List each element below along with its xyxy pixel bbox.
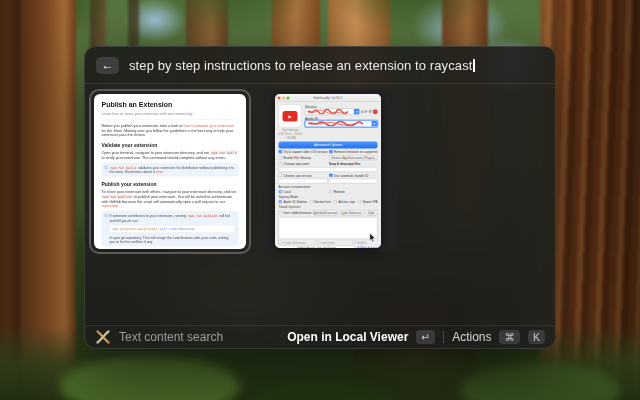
checkbox-disabled [353,240,357,244]
search-query-text: step by step instructions to release an … [129,58,472,73]
checkbox-checked: ✓ [329,173,333,177]
doc-heading: Publish your extension [102,181,239,188]
doc-heading: Validate your extension [102,142,239,149]
mouse-cursor-icon [369,233,376,242]
checkbox [279,155,283,159]
doc-page: Publish an Extension Learn how to share … [94,94,246,249]
radio [358,199,362,203]
app-drop-area: ▶ [279,104,302,127]
checkbox-disabled [316,240,320,244]
device-toolbar: ℹ ⟳ ⚙ [362,109,378,114]
result-doc-thumbnail[interactable]: Publish an Extension Learn how to share … [89,89,251,254]
doc-subtitle: Learn how to share your extension with o… [102,111,239,119]
doc-content: Publish an Extension Learn how to share … [94,94,246,249]
checkbox-checked: ✓ [329,149,333,153]
desktop: ← step by step instructions to release a… [0,0,640,400]
doc-title: Publish an Extension [102,100,239,109]
doc-link: repository. [102,204,119,209]
window-title: Sideloadly! v0.50.1 [275,96,381,100]
redaction-scribble [306,121,367,127]
doc-paragraph: Before you publish your extension, take … [102,123,239,138]
remove-extensions-button: Remove App Extensions (Plugins) [329,154,378,160]
radio-selected [279,199,283,203]
info-callout: ⓘ If someone contributes to your extensi… [102,211,239,247]
app-icon-column: ▶ YouTube.ipa iOS 14.0+ | 19.16 ~ 84 MB [279,104,302,139]
youtube-app-icon: ▶ [283,110,298,121]
doc-paragraph: Open your terminal, navigate to your ext… [102,150,239,160]
advanced-options-button: Advanced Options [279,141,378,148]
add-dylib-button: +dylib/deb/framework [313,209,337,215]
k-keycap[interactable]: K [528,330,545,344]
info-icon: ℹ [362,109,364,114]
tweak-list-box [279,216,378,238]
substrate-button: Cydia Substrate [339,209,363,215]
idevice-dropdown: ▾ [305,108,360,115]
apple-id-label: Apple ID [305,116,378,120]
raycast-panel: ← step by step instructions to release a… [84,46,556,349]
email-changes-link: E-Mail changes [358,246,378,248]
info-banner-field: sideloadly.info, join chat forum [279,245,355,248]
redaction-scribble [306,109,352,115]
app-window: Sideloadly! v0.50.1 ▶ YouTube.ipa [275,94,381,248]
enter-keycap[interactable]: ↵ [416,330,435,344]
app-window-content: Sideloadly! v0.50.1 ▶ YouTube.ipa [275,94,381,248]
pairing-icon [373,109,378,114]
info-icon: ⓘ [104,165,108,170]
results-grid: Publish an Extension Learn how to share … [85,84,555,325]
checkbox [279,210,283,214]
checkbox-checked: ✓ [279,149,283,153]
app-info-text: YouTube.ipa iOS 14.0+ | 19.16 ~ 84 MB [279,128,302,139]
info-icon: ⓘ [104,214,108,219]
gear-icon: ⚙ [368,109,372,114]
radio-selected [279,189,283,193]
cmd-keycap[interactable]: ⌘ [499,330,520,344]
checkbox-disabled [279,240,283,244]
checkbox [279,161,283,165]
search-input[interactable]: step by step instructions to release an … [129,58,475,73]
radio [334,199,338,203]
code-chip: npm run build [110,165,137,169]
result-app-thumbnail[interactable]: Sideloadly! v0.50.1 ▶ YouTube.ipa [259,89,397,252]
command-title: Text content search [119,330,223,344]
action-bar: Text content search Open in Local Viewer… [85,325,555,348]
doc-link: how to prepare your extension [183,123,233,128]
dylib-button: Dylib [365,209,378,215]
tweak-section-label: Tweak Injection: [279,204,378,208]
doc-paragraph: To share your extension with others, nav… [102,189,239,209]
checkbox [279,173,283,177]
app-name-field [279,166,378,171]
radio [329,189,333,193]
account-section-label: Account customization: [279,184,378,188]
divider [443,331,444,343]
info-callout: ⓘ npm run build validates your extension… [102,162,239,176]
back-arrow-icon: ← [102,58,114,72]
actions-menu-label[interactable]: Actions [452,330,491,344]
code-chip: npm run publish [187,214,218,218]
version-field [279,178,328,183]
code-block: npx @raycast/api@latest pull-contributio… [110,225,236,233]
play-icon: ▶ [288,113,291,118]
window-body: ▶ YouTube.ipa iOS 14.0+ | 19.16 ~ 84 MB [275,102,381,248]
chevron-down-icon: ▾ [372,121,378,127]
signing-section-label: Signing Mode: [279,194,378,198]
window-titlebar: Sideloadly! v0.50.1 [275,94,381,102]
chevron-down-icon: ▾ [354,109,360,115]
back-button[interactable]: ← [96,57,119,74]
device-column: iDevice ▾ [305,104,378,139]
refresh-icon: ⟳ [364,109,367,114]
radio [309,199,313,203]
search-bar[interactable]: ← step by step instructions to release a… [85,47,555,83]
extension-icon [95,329,111,345]
primary-action-label[interactable]: Open in Local Viewer [287,330,408,344]
text-caret [473,59,475,72]
bundle-id-field [329,178,378,183]
doc-link: here. [156,170,164,174]
apple-id-field: ▾ [305,120,378,127]
idevice-label: iDevice [305,104,378,108]
